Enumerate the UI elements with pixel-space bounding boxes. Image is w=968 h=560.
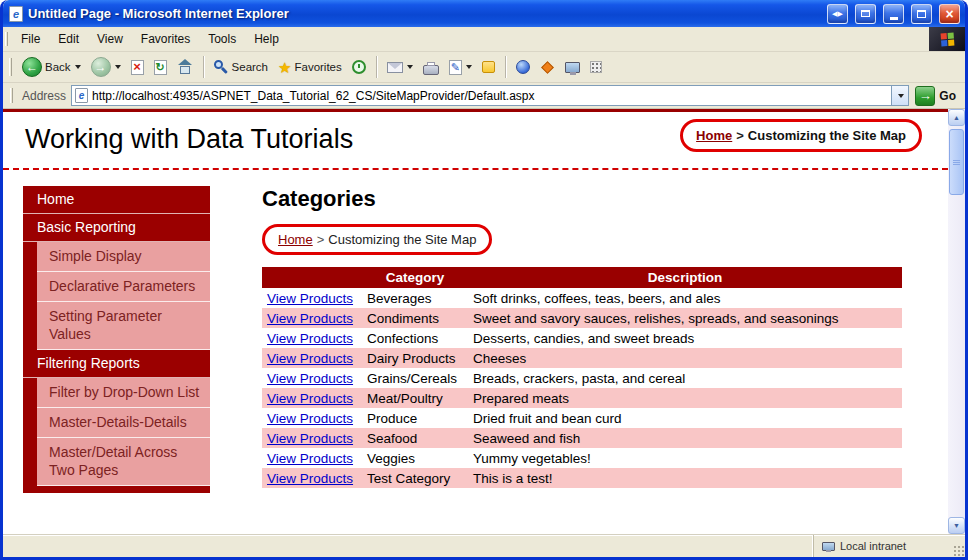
page-header: Working with Data Tutorials Home>Customi… bbox=[3, 112, 948, 164]
window-select-button[interactable] bbox=[855, 4, 876, 24]
breadcrumb-annotation-top: Home>Customizing the Site Map bbox=[680, 119, 922, 152]
mail-button[interactable] bbox=[383, 60, 417, 75]
refresh-button[interactable]: ↻ bbox=[150, 58, 171, 77]
page-body: Home Basic Reporting Simple Display Decl… bbox=[3, 170, 948, 493]
favorites-button[interactable]: ★ Favorites bbox=[274, 58, 346, 77]
menu-view[interactable]: View bbox=[88, 27, 132, 51]
toolbar-separator bbox=[376, 56, 377, 78]
breadcrumb-home-link[interactable]: Home bbox=[278, 232, 313, 247]
sidebar-item-master-details-details[interactable]: Master-Details-Details bbox=[23, 408, 210, 438]
minimize-icon bbox=[890, 17, 898, 20]
description-cell: Sweet and savory sauces, relishes, sprea… bbox=[468, 308, 902, 328]
back-button[interactable]: ← Back bbox=[18, 55, 85, 79]
security-zone: Local intranet bbox=[813, 535, 965, 557]
toolbar-grip[interactable] bbox=[10, 88, 13, 103]
sidebar-item-basic-reporting[interactable]: Basic Reporting bbox=[23, 214, 210, 242]
favorites-label: Favorites bbox=[294, 61, 341, 73]
toolbar-grip[interactable] bbox=[5, 32, 8, 46]
category-cell: Meat/Poultry bbox=[362, 388, 468, 408]
breadcrumb-separator: > bbox=[317, 232, 325, 247]
resize-grip[interactable] bbox=[952, 544, 965, 557]
sidebar-item-setting-parameter-values[interactable]: Setting Parameter Values bbox=[23, 302, 210, 350]
thumb-grip-icon bbox=[953, 160, 960, 161]
view-products-link[interactable]: View Products bbox=[267, 431, 353, 446]
menu-favorites[interactable]: Favorites bbox=[132, 27, 199, 51]
print-icon bbox=[423, 65, 439, 75]
titlebar[interactable]: e Untitled Page - Microsoft Internet Exp… bbox=[3, 0, 965, 27]
view-products-link[interactable]: View Products bbox=[267, 451, 353, 466]
sidebar-item-home[interactable]: Home bbox=[23, 186, 210, 214]
description-cell: Yummy vegetables! bbox=[468, 448, 902, 468]
menu-tools[interactable]: Tools bbox=[199, 27, 245, 51]
discuss-button[interactable] bbox=[478, 59, 499, 75]
flash-icon bbox=[541, 61, 554, 74]
category-cell: Seafood bbox=[362, 428, 468, 448]
close-button[interactable]: × bbox=[939, 4, 960, 24]
edit-dropdown-icon bbox=[466, 65, 472, 69]
category-cell: Dairy Products bbox=[362, 348, 468, 368]
table-row: View Products Seafood Seaweed and fish bbox=[262, 428, 902, 448]
history-button[interactable] bbox=[348, 58, 370, 76]
sidebar-item-filter-by-drop-down-list[interactable]: Filter by Drop-Down List bbox=[23, 378, 210, 408]
prev-next-button[interactable]: ◀▶ bbox=[827, 4, 848, 24]
arrow-up-icon: ▲ bbox=[953, 114, 960, 121]
maximize-button[interactable] bbox=[911, 4, 932, 24]
nav-indent-strip bbox=[23, 242, 37, 272]
address-dropdown-button[interactable] bbox=[891, 86, 908, 105]
address-input[interactable] bbox=[92, 87, 887, 104]
view-products-link[interactable]: View Products bbox=[267, 311, 353, 326]
scroll-up-button[interactable]: ▲ bbox=[948, 109, 965, 126]
screen-button[interactable] bbox=[561, 60, 584, 75]
view-products-link[interactable]: View Products bbox=[267, 351, 353, 366]
home-button[interactable] bbox=[173, 57, 197, 77]
view-products-link[interactable]: View Products bbox=[267, 391, 353, 406]
standard-toolbar: ← Back → × ↻ Search ★ Favorites bbox=[3, 52, 965, 83]
description-cell: Desserts, candies, and sweet breads bbox=[468, 328, 902, 348]
view-products-link[interactable]: View Products bbox=[267, 411, 353, 426]
sidebar-item-simple-display[interactable]: Simple Display bbox=[23, 242, 210, 272]
quick-launch-button[interactable] bbox=[536, 61, 559, 74]
menu-file[interactable]: File bbox=[12, 27, 49, 51]
edit-button[interactable]: ✎ bbox=[445, 58, 476, 77]
view-products-link[interactable]: View Products bbox=[267, 471, 353, 486]
scroll-down-button[interactable]: ▼ bbox=[948, 517, 965, 534]
view-products-link[interactable]: View Products bbox=[267, 331, 353, 346]
forward-button[interactable]: → bbox=[87, 55, 125, 79]
scrollbar-thumb[interactable] bbox=[949, 129, 964, 195]
breadcrumb-current: Customizing the Site Map bbox=[748, 128, 906, 143]
vertical-scrollbar[interactable]: ▲ ▼ bbox=[948, 109, 965, 534]
category-cell: Beverages bbox=[362, 288, 468, 308]
sidebar-item-clipped bbox=[23, 486, 210, 493]
table-row: View Products Produce Dried fruit and be… bbox=[262, 408, 902, 428]
search-icon bbox=[214, 60, 229, 75]
menu-help[interactable]: Help bbox=[245, 27, 288, 51]
grid-tool-button[interactable] bbox=[586, 59, 606, 75]
address-bar: Address e → Go bbox=[3, 83, 965, 109]
sidebar-item-declarative-parameters[interactable]: Declarative Parameters bbox=[23, 272, 210, 302]
sidebar-item-filtering-reports[interactable]: Filtering Reports bbox=[23, 350, 210, 378]
view-products-link[interactable]: View Products bbox=[267, 371, 353, 386]
refresh-icon: ↻ bbox=[154, 60, 167, 75]
table-row: View Products Test Category This is a te… bbox=[262, 468, 902, 488]
stop-button[interactable]: × bbox=[127, 58, 148, 77]
print-button[interactable] bbox=[419, 58, 443, 77]
view-products-link[interactable]: View Products bbox=[267, 291, 353, 306]
table-row: View Products Beverages Soft drinks, cof… bbox=[262, 288, 902, 308]
minimize-button[interactable] bbox=[883, 4, 904, 24]
page-icon: e bbox=[75, 88, 88, 103]
go-button[interactable]: → Go bbox=[914, 86, 960, 106]
sidebar-item-label: Declarative Parameters bbox=[37, 272, 210, 302]
toolbar-separator bbox=[203, 56, 204, 78]
description-cell: Breads, crackers, pasta, and cereal bbox=[468, 368, 902, 388]
messenger-button[interactable] bbox=[512, 58, 534, 76]
toolbar-grip[interactable] bbox=[9, 58, 12, 76]
address-label: Address bbox=[22, 89, 66, 103]
breadcrumb-separator: > bbox=[736, 128, 744, 143]
maximize-icon bbox=[917, 10, 926, 18]
local-intranet-icon bbox=[822, 542, 835, 551]
table-row: View Products Confections Desserts, cand… bbox=[262, 328, 902, 348]
menu-edit[interactable]: Edit bbox=[49, 27, 88, 51]
search-button[interactable]: Search bbox=[210, 58, 272, 77]
breadcrumb-home-link[interactable]: Home bbox=[696, 128, 732, 143]
sidebar-item-master-detail-across-two-pages[interactable]: Master/Detail Across Two Pages bbox=[23, 438, 210, 486]
